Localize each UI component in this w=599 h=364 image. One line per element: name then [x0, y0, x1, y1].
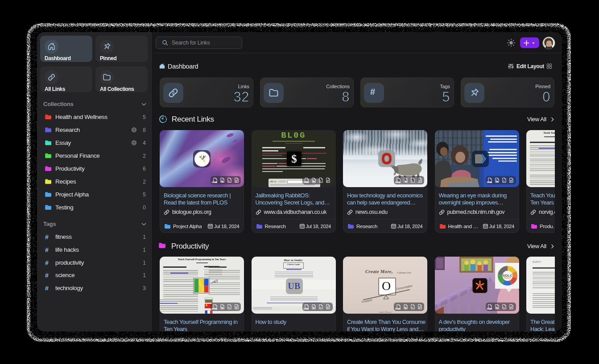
- svg-text:SDLC: SDLC: [503, 274, 512, 278]
- svg-text:Creation: Creation: [361, 298, 373, 303]
- svg-text:Consumption: Consumption: [396, 285, 413, 291]
